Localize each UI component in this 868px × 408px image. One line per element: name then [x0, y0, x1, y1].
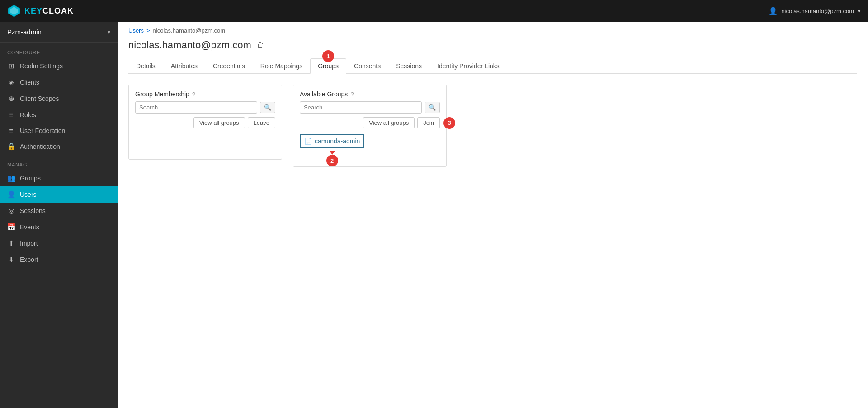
user-dropdown-icon: ▾	[858, 8, 861, 14]
sidebar-item-label: Sessions	[20, 207, 46, 214]
logo-text: KEYCLOAK	[24, 6, 74, 16]
user-icon: 👤	[769, 7, 778, 15]
group-item-camunda-admin[interactable]: 📄 camunda-admin	[300, 134, 364, 148]
group-membership-search-row: 🔍	[129, 101, 282, 117]
sidebar-item-clients[interactable]: ◈ Clients	[0, 74, 118, 90]
group-membership-actions: View all groups Leave	[129, 117, 282, 132]
page-header: nicolas.hamanto@pzm.com 🗑	[118, 34, 868, 51]
view-all-groups-available-button[interactable]: View all groups	[363, 117, 415, 128]
clients-icon: ◈	[7, 78, 15, 86]
user-menu[interactable]: 👤 nicolas.hamanto@pzm.com ▾	[769, 7, 861, 15]
tab-details[interactable]: Details	[128, 58, 163, 74]
logo: KEYCLOAK	[7, 4, 74, 18]
authentication-icon: 🔒	[7, 142, 15, 151]
tab-credentials[interactable]: Credentials	[205, 58, 253, 74]
breadcrumb-parent[interactable]: Users	[128, 27, 144, 34]
tab-attributes[interactable]: Attributes	[163, 58, 205, 74]
tab-consents[interactable]: Consents	[346, 58, 388, 74]
sidebar-item-events[interactable]: 📅 Events	[0, 219, 118, 235]
sidebar-item-label: Groups	[20, 175, 41, 182]
client-scopes-icon: ⊛	[7, 95, 15, 103]
import-icon: ⬆	[7, 239, 15, 247]
tab-role-mappings[interactable]: Role Mappings	[253, 58, 310, 74]
group-membership-header: Group Membership ?	[129, 85, 282, 101]
realm-selector[interactable]: Pzm-admin ▾	[0, 22, 118, 43]
breadcrumb: Users > nicolas.hamanto@pzm.com	[118, 22, 868, 34]
sidebar-item-label: Users	[20, 191, 37, 198]
users-icon: 👤	[7, 190, 15, 199]
available-groups-title: Available Groups	[300, 90, 348, 98]
annotation-1-badge: 1	[322, 50, 334, 62]
view-all-groups-membership-button[interactable]: View all groups	[193, 117, 245, 128]
annotation-2-badge: 2	[326, 155, 338, 166]
sidebar-item-label: Events	[20, 223, 39, 231]
group-membership-title: Group Membership	[135, 90, 189, 98]
groups-icon: 👥	[7, 174, 15, 182]
available-groups-header: Available Groups ?	[293, 85, 446, 101]
topbar: KEYCLOAK 👤 nicolas.hamanto@pzm.com ▾	[0, 0, 868, 22]
annotation-2-tail	[330, 151, 335, 155]
content-area: Users > nicolas.hamanto@pzm.com nicolas.…	[118, 22, 868, 408]
available-groups-help-icon[interactable]: ?	[350, 91, 354, 98]
sidebar-item-label: Import	[20, 240, 38, 247]
page-title: nicolas.hamanto@pzm.com	[128, 39, 251, 51]
sidebar-item-label: Clients	[20, 79, 39, 86]
realm-chevron-icon: ▾	[108, 29, 110, 35]
user-label: nicolas.hamanto@pzm.com	[781, 8, 854, 14]
tab-groups-wrapper: 1 Groups	[310, 58, 346, 73]
sidebar-item-roles[interactable]: ≡ Roles	[0, 107, 118, 123]
available-groups-search-button[interactable]: 🔍	[425, 102, 440, 113]
leave-button[interactable]: Leave	[248, 117, 275, 128]
manage-section-label: Manage	[0, 155, 118, 170]
configure-section-label: Configure	[0, 43, 118, 58]
realm-settings-icon: ⊞	[7, 62, 15, 70]
sidebar-item-realm-settings[interactable]: ⊞ Realm Settings	[0, 58, 118, 74]
available-groups-search-row: 🔍	[293, 101, 446, 117]
sidebar-item-user-federation[interactable]: ≡ User Federation	[0, 123, 118, 138]
logo-diamond-icon	[7, 4, 21, 18]
group-membership-search-input[interactable]	[135, 101, 257, 114]
group-membership-search-button[interactable]: 🔍	[260, 102, 275, 113]
delete-user-icon[interactable]: 🗑	[257, 41, 264, 49]
available-groups-body: 📄 camunda-admin 2	[293, 132, 446, 166]
events-icon: 📅	[7, 223, 15, 231]
group-membership-body	[129, 132, 282, 159]
groups-container: Group Membership ? 🔍 View all groups Lea…	[118, 74, 868, 178]
annotation-2-wrapper: 2	[326, 151, 338, 166]
tabs-bar: Details Attributes Credentials Role Mapp…	[128, 58, 857, 74]
sidebar-item-users[interactable]: 👤 Users	[0, 186, 118, 203]
sidebar-item-export[interactable]: ⬇ Export	[0, 251, 118, 268]
user-federation-icon: ≡	[7, 127, 15, 134]
sidebar: Pzm-admin ▾ Configure ⊞ Realm Settings ◈…	[0, 22, 118, 408]
export-icon: ⬇	[7, 256, 15, 264]
join-button-wrapper: Join 3	[417, 117, 440, 128]
sessions-icon: ◎	[7, 207, 15, 215]
sidebar-item-client-scopes[interactable]: ⊛ Client Scopes	[0, 90, 118, 107]
sidebar-item-label: Export	[20, 256, 38, 263]
roles-icon: ≡	[7, 111, 15, 119]
sidebar-item-import[interactable]: ⬆ Import	[0, 235, 118, 251]
sidebar-item-groups[interactable]: 👥 Groups	[0, 170, 118, 186]
tab-identity-provider-links[interactable]: Identity Provider Links	[429, 58, 507, 74]
realm-name: Pzm-admin	[7, 28, 42, 36]
breadcrumb-current: nicolas.hamanto@pzm.com	[153, 27, 226, 34]
annotation-3-badge: 3	[443, 117, 455, 129]
breadcrumb-separator: >	[146, 27, 150, 34]
group-item-label: camunda-admin	[315, 138, 360, 145]
sidebar-item-authentication[interactable]: 🔒 Authentication	[0, 138, 118, 155]
group-membership-help-icon[interactable]: ?	[192, 91, 195, 98]
sidebar-item-label: Roles	[20, 111, 36, 119]
group-item-wrapper: 📄 camunda-admin 2	[300, 134, 364, 148]
sidebar-item-label: Realm Settings	[20, 62, 63, 70]
sidebar-item-label: User Federation	[20, 127, 65, 134]
group-item-icon: 📄	[304, 138, 312, 145]
sidebar-item-label: Authentication	[20, 143, 60, 150]
sidebar-item-label: Client Scopes	[20, 95, 59, 102]
join-button[interactable]: Join	[417, 117, 440, 128]
main-layout: Pzm-admin ▾ Configure ⊞ Realm Settings ◈…	[0, 22, 868, 408]
sidebar-item-sessions[interactable]: ◎ Sessions	[0, 203, 118, 219]
available-groups-search-input[interactable]	[300, 101, 422, 114]
tab-sessions[interactable]: Sessions	[388, 58, 429, 74]
available-groups-actions: View all groups Join 3	[293, 117, 446, 132]
available-groups-panel: Available Groups ? 🔍 View all groups Joi…	[293, 85, 447, 167]
